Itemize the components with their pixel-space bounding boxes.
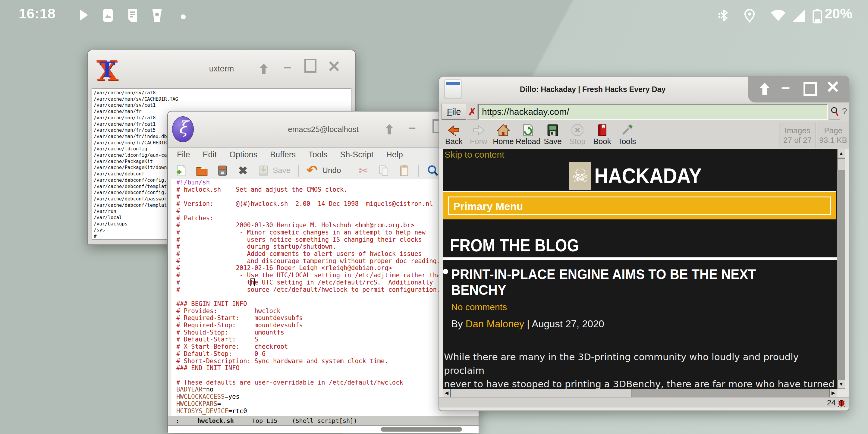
code-line: HWCLOCKPARS= [176, 401, 478, 408]
maximize-button[interactable] [304, 59, 316, 73]
emacs-buffer[interactable]: #!/bin/sh# hwclock.sh Set and adjust the… [168, 179, 478, 416]
code-line: # Default-Start: S [176, 336, 478, 343]
location-icon [743, 8, 756, 23]
emacs-toolbar: ✖ Save ↶ Undo ✂ [168, 162, 478, 179]
code-line: # users notice something IS changing the… [176, 236, 478, 244]
primary-menu-band: Primary Menu [443, 191, 836, 219]
dillo-window: Dillo: Hackaday | Fresh Hacks Every Day … [438, 76, 849, 411]
code-line: # Default-Stop: 0 6 [176, 350, 478, 358]
skip-to-content-link[interactable]: Skip to content [444, 150, 504, 160]
reload-button[interactable]: Reload [516, 122, 540, 148]
code-line: # 2012-02-16 Roger Leigh <rleigh@debian.… [176, 265, 478, 272]
paste-icon [398, 164, 410, 177]
new-file-icon[interactable] [175, 164, 188, 177]
bookmarks-button[interactable]: Book [590, 122, 615, 148]
write-file-icon[interactable] [216, 164, 229, 177]
toolbar-separator [418, 164, 418, 177]
keep-above-button[interactable] [757, 82, 772, 96]
code-line: # source /etc/default/hwclock to permit … [176, 286, 478, 293]
cut-icon: ✂ [357, 164, 370, 177]
battery-icon [811, 8, 824, 24]
code-line: # Short-Description: Sync hardware and s… [176, 358, 478, 365]
hackaday-logo[interactable]: ☠ HACKADAY [443, 162, 837, 190]
dillo-url-row: File ✗ ? [439, 102, 849, 121]
vertical-scrollbar-thumb[interactable] [837, 158, 845, 170]
open-folder-icon[interactable] [195, 164, 208, 177]
browser-viewport: Skip to content ☠ HACKADAY Primary Menu … [443, 149, 837, 389]
comments-link[interactable]: No comments [451, 302, 507, 312]
close-buffer-icon[interactable]: ✖ [237, 164, 249, 177]
file-menu-button[interactable]: File [441, 104, 466, 120]
hackaday-logo-text: HACKADAY [594, 164, 701, 188]
menu-buffers[interactable]: Buffers [270, 150, 296, 159]
horizontal-scrollbar[interactable]: ◀ ▶ [443, 389, 837, 397]
horizontal-scrollbar-thumb[interactable] [381, 427, 462, 432]
minimize-button[interactable]: – [408, 120, 415, 135]
minimize-button[interactable]: – [781, 78, 790, 96]
url-search-icon[interactable] [829, 104, 840, 120]
uxterm-titlebar[interactable]: XT uxterm – ✕ [88, 50, 355, 88]
notes-icon [126, 8, 139, 22]
save-button[interactable]: Save [540, 122, 565, 148]
emacs-titlebar[interactable]: ξ emacs25@localhost – [168, 112, 478, 148]
code-line: # - Added comments to alert users of hwc… [176, 250, 478, 258]
close-button[interactable]: ✕ [327, 58, 341, 76]
section-heading: FROM THE BLOG [450, 235, 579, 255]
minimize-button[interactable]: – [284, 59, 291, 74]
keep-above-button[interactable] [257, 62, 271, 76]
dillo-titlebar[interactable]: Dillo: Hackaday | Fresh Hacks Every Day … [439, 76, 849, 102]
code-line: # Version: @(#)hwclock.sh 2.00 14-Dec-19… [176, 200, 478, 208]
undo-label: Undo [322, 166, 341, 175]
tools-button[interactable]: Tools [615, 122, 639, 148]
text-cursor: h [251, 279, 254, 286]
scroll-up-icon[interactable]: ▲ [837, 149, 845, 158]
bug-meter[interactable]: 24 [824, 398, 846, 407]
vertical-scrollbar[interactable]: ▲ ▼ [837, 149, 845, 389]
menu-file[interactable]: File [177, 150, 190, 159]
menu-sh-script[interactable]: Sh-Script [340, 150, 373, 159]
menu-edit[interactable]: Edit [203, 150, 217, 159]
back-button[interactable]: Back [441, 122, 466, 148]
author-link[interactable]: Dan Maloney [466, 318, 524, 330]
primary-menu-button[interactable]: Primary Menu [448, 196, 831, 215]
code-line [176, 372, 478, 379]
code-line: # during startup/shutdown. [176, 243, 478, 250]
reload-icon [521, 124, 535, 137]
modeline-buffer-name: hwclock.sh [197, 417, 234, 424]
dillo-status-bar: 24 [439, 397, 849, 407]
scroll-left-icon[interactable]: ◀ [443, 389, 451, 397]
back-arrow-icon [447, 124, 461, 137]
save-label: Save [273, 166, 290, 175]
menu-options[interactable]: Options [229, 150, 257, 159]
search-icon[interactable] [427, 164, 439, 177]
toolbar-separator [349, 164, 349, 177]
maximize-button[interactable] [804, 82, 817, 96]
horizontal-scrollbar-thumb[interactable] [451, 389, 631, 397]
undo-icon[interactable]: ↶ [307, 164, 319, 177]
url-input[interactable] [478, 104, 828, 120]
code-line: # the UTC setting in /etc/default/rcS. A… [176, 279, 478, 286]
emacs-window: ξ emacs25@localhost – File Edit Options … [167, 111, 479, 433]
scroll-right-icon[interactable]: ▶ [830, 389, 837, 397]
dot-icon [181, 14, 186, 19]
help-icon[interactable]: ? [840, 104, 849, 120]
clear-url-icon[interactable]: ✗ [467, 104, 478, 120]
keep-above-button[interactable] [382, 122, 396, 136]
code-line: # - Minor cosmetic changes in an attempt… [176, 229, 478, 236]
code-line: # Required-Stop: mountdevsubfs [176, 322, 478, 329]
section-divider [443, 257, 837, 260]
cup-icon [151, 8, 163, 23]
code-line: HCTOSYS_DEVICE=rtc0 [176, 408, 478, 415]
play-icon [78, 8, 90, 22]
home-button[interactable]: Home [491, 122, 516, 148]
close-button[interactable]: ✕ [826, 77, 840, 97]
modeline-prefix: -:--- [172, 417, 197, 424]
article-byline: By Dan Maloney | August 27, 2020 [451, 318, 604, 330]
save-icon [546, 124, 559, 137]
article-title-link[interactable]: PRINT-IN-PLACE ENGINE AIMS TO BE THE NEX… [451, 267, 801, 298]
dillo-title: Dillo: Hackaday | Fresh Hacks Every Day [439, 85, 746, 94]
menu-tools[interactable]: Tools [308, 150, 327, 159]
menu-help[interactable]: Help [386, 150, 403, 159]
code-line: # These defaults are user-overridable in… [176, 379, 478, 386]
scroll-down-icon[interactable]: ▼ [837, 380, 845, 389]
